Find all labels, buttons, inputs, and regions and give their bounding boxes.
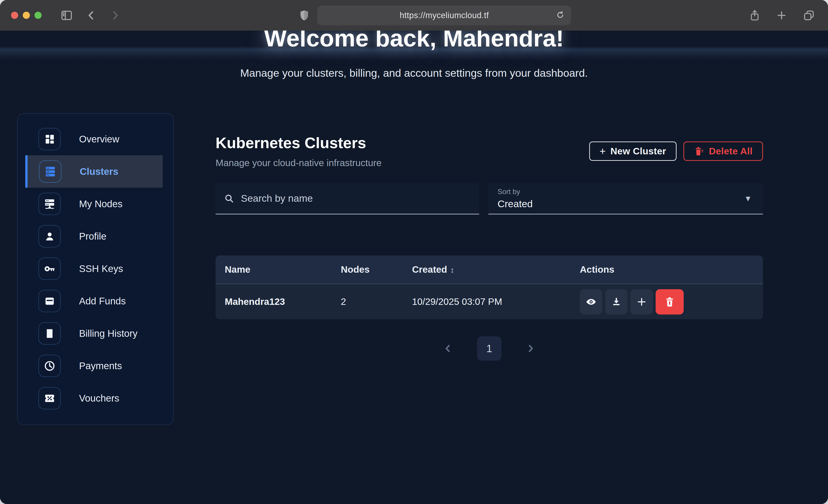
shield-icon[interactable] bbox=[299, 9, 309, 22]
welcome-section: Welcome back, Mahendra! Manage your clus… bbox=[0, 31, 828, 79]
reload-icon[interactable] bbox=[555, 10, 565, 21]
sidebar-item-my-nodes[interactable]: My Nodes bbox=[25, 188, 163, 220]
chevron-down-icon: ▼ bbox=[744, 194, 752, 203]
download-icon bbox=[611, 296, 622, 307]
sidebar-item-payments[interactable]: Payments bbox=[25, 350, 163, 382]
column-nodes: Nodes bbox=[341, 264, 412, 275]
cluster-name: Mahendra123 bbox=[225, 296, 341, 307]
layout-dashboard-icon bbox=[38, 128, 61, 150]
sidebar-item-profile[interactable]: Profile bbox=[25, 220, 163, 252]
user-icon bbox=[38, 225, 61, 247]
eye-icon bbox=[585, 296, 597, 308]
search-input[interactable] bbox=[240, 193, 471, 204]
forward-button[interactable] bbox=[109, 9, 121, 22]
search-field[interactable] bbox=[215, 183, 479, 215]
page-subtitle: Manage your cloud-native infrastructure bbox=[215, 158, 381, 168]
trash-icon bbox=[664, 296, 675, 307]
new-tab-icon[interactable] bbox=[776, 9, 788, 22]
page-number-button[interactable]: 1 bbox=[477, 336, 501, 361]
sidebar-item-overview[interactable]: Overview bbox=[25, 123, 163, 155]
search-icon bbox=[224, 193, 235, 204]
sort-arrows-icon: ↕ bbox=[450, 266, 454, 274]
sidebar-item-label: Billing History bbox=[79, 328, 137, 339]
plus-icon bbox=[636, 296, 647, 307]
add-node-button[interactable] bbox=[630, 289, 653, 314]
column-actions: Actions bbox=[580, 264, 763, 275]
wallet-icon bbox=[38, 290, 61, 312]
clusters-panel: Kubernetes Clusters Manage your cloud-na… bbox=[215, 113, 763, 361]
minimize-window-button[interactable] bbox=[23, 12, 30, 19]
welcome-subtitle: Manage your clusters, billing, and accou… bbox=[0, 67, 828, 79]
page-content: Welcome back, Mahendra! Manage your clus… bbox=[0, 31, 828, 504]
download-kubeconfig-button[interactable] bbox=[605, 289, 628, 314]
sort-select[interactable]: Sort by Created ▼ bbox=[488, 183, 763, 215]
column-name: Name bbox=[225, 264, 341, 275]
sidebar-item-vouchers[interactable]: Vouchers bbox=[25, 382, 163, 414]
window-controls bbox=[11, 12, 42, 19]
delete-all-button[interactable]: Delete All bbox=[684, 141, 763, 161]
address-bar[interactable]: https://myceliumcloud.tf bbox=[317, 5, 571, 25]
url-text: https://myceliumcloud.tf bbox=[400, 10, 489, 20]
browser-toolbar: https://myceliumcloud.tf bbox=[0, 0, 828, 31]
clock-icon bbox=[38, 355, 61, 377]
sidebar-item-label: My Nodes bbox=[79, 199, 123, 210]
server-network-icon bbox=[38, 193, 61, 215]
sidebar-item-add-funds[interactable]: Add Funds bbox=[25, 285, 163, 317]
tab-overview-icon[interactable] bbox=[803, 9, 815, 22]
key-icon bbox=[38, 257, 61, 280]
sort-label: Sort by bbox=[498, 188, 754, 196]
sidebar-item-billing-history[interactable]: Billing History bbox=[25, 317, 163, 350]
sidebar-item-label: Overview bbox=[79, 134, 119, 145]
view-cluster-button[interactable] bbox=[580, 289, 602, 314]
sidebar-item-clusters[interactable]: Clusters bbox=[25, 155, 163, 188]
next-page-button[interactable] bbox=[524, 343, 537, 354]
new-cluster-button[interactable]: + New Cluster bbox=[589, 141, 676, 161]
column-created[interactable]: Created↕ bbox=[412, 264, 580, 275]
close-window-button[interactable] bbox=[11, 12, 18, 19]
sidebar-item-label: Add Funds bbox=[79, 296, 126, 307]
receipt-icon bbox=[38, 322, 61, 345]
sidebar-item-label: Vouchers bbox=[79, 393, 119, 404]
sort-value: Created bbox=[498, 198, 754, 210]
cluster-nodes: 2 bbox=[341, 296, 412, 307]
page-title: Kubernetes Clusters bbox=[215, 134, 381, 152]
table-header: Name Nodes Created↕ Actions bbox=[215, 255, 763, 284]
table-row: Mahendra123 2 10/29/2025 03:07 PM bbox=[215, 284, 763, 319]
trash-list-icon bbox=[694, 146, 704, 156]
ticket-percent-icon bbox=[38, 387, 61, 409]
cluster-created: 10/29/2025 03:07 PM bbox=[412, 296, 580, 307]
share-icon[interactable] bbox=[749, 9, 760, 22]
server-stack-icon bbox=[39, 160, 61, 183]
browser-window: https://myceliumcloud.tf bbox=[0, 0, 828, 504]
row-actions bbox=[580, 289, 763, 314]
zoom-window-button[interactable] bbox=[35, 12, 42, 19]
previous-page-button[interactable] bbox=[441, 343, 455, 354]
sidebar-item-label: Clusters bbox=[80, 166, 118, 177]
sidebar-item-label: Profile bbox=[79, 231, 107, 242]
back-button[interactable] bbox=[85, 9, 97, 22]
delete-cluster-button[interactable] bbox=[656, 289, 684, 314]
sidebar-item-ssh-keys[interactable]: SSH Keys bbox=[25, 252, 163, 285]
welcome-title: Welcome back, Mahendra! bbox=[0, 31, 828, 52]
pagination: 1 bbox=[215, 336, 763, 361]
sidebar-item-label: SSH Keys bbox=[79, 263, 123, 274]
sidebar-toggle-icon[interactable] bbox=[60, 9, 73, 22]
sidebar-item-label: Payments bbox=[79, 361, 122, 372]
clusters-table: Name Nodes Created↕ Actions Mahendra123 … bbox=[215, 255, 763, 319]
dashboard-sidebar: Overview Clusters bbox=[17, 113, 173, 425]
